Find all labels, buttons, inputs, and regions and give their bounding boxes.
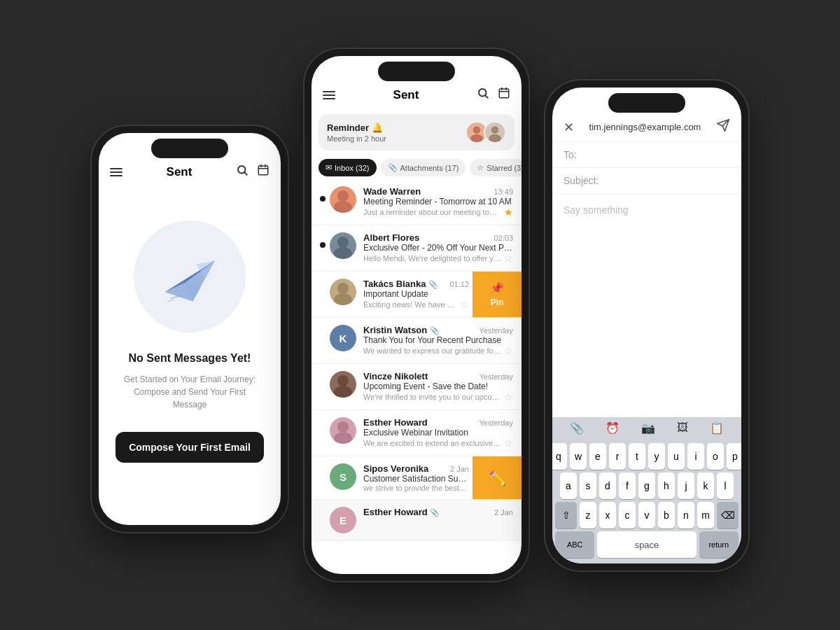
email-content: Albert Flores 02:03 Exclusive Offer - 20… xyxy=(363,232,513,264)
key-l[interactable]: l xyxy=(717,472,734,499)
star-empty-icon[interactable]: ☆ xyxy=(504,391,513,402)
tab-attachments[interactable]: 📎 Attachments (17) xyxy=(381,159,466,176)
key-x[interactable]: x xyxy=(599,502,616,528)
key-q[interactable]: q xyxy=(552,443,567,470)
email-header-row: Kristin Watson 📎 Yesterday xyxy=(363,325,513,335)
email-item[interactable]: Takács Bianka 📎 01:12 Important Update E… xyxy=(312,272,522,318)
star-empty-icon[interactable]: ☆ xyxy=(504,253,513,264)
reminder-text: Reminder 🔔 Meeting in 2 hour xyxy=(327,122,386,143)
svg-point-32 xyxy=(334,432,352,444)
key-return[interactable]: return xyxy=(699,531,738,558)
email-item[interactable]: K Kristin Watson 📎 Yesterday Thank You f… xyxy=(312,318,522,364)
tab-starred[interactable]: ☆ Starred (3) xyxy=(470,159,522,176)
svg-point-26 xyxy=(334,247,352,259)
email-item[interactable]: Wade Warren 13:49 Meeting Reminder - Tom… xyxy=(312,179,522,225)
key-shift[interactable]: ⇧ xyxy=(555,502,577,528)
phone-left-notch xyxy=(151,139,228,158)
close-button[interactable]: ✕ xyxy=(564,120,574,135)
email-time: 2 Jan xyxy=(494,508,513,517)
center-title: Sent xyxy=(393,88,419,102)
key-y[interactable]: y xyxy=(648,443,665,470)
tab-inbox[interactable]: ✉ Inbox (32) xyxy=(318,159,377,176)
key-n[interactable]: n xyxy=(678,502,694,528)
tab-inbox-label: Inbox (32) xyxy=(335,164,370,172)
key-m[interactable]: m xyxy=(697,502,714,528)
timer-toolbar-icon[interactable]: ⏰ xyxy=(606,421,620,435)
to-field[interactable]: To: xyxy=(552,142,741,168)
svg-point-28 xyxy=(334,293,352,305)
scene: Sent xyxy=(0,0,840,630)
key-space[interactable]: space xyxy=(597,531,696,558)
phone-right: ✕ tim.jennings@example.com To: Subject: xyxy=(545,80,748,570)
key-j[interactable]: j xyxy=(678,472,694,499)
center-menu-button[interactable] xyxy=(323,91,335,99)
phone-left: Sent xyxy=(92,126,288,532)
compose-body[interactable]: Say something xyxy=(552,194,741,316)
key-g[interactable]: g xyxy=(638,472,655,499)
key-w[interactable]: w xyxy=(570,443,587,470)
email-item[interactable]: S Sipos Veronika 2 Jan Customer Satisfac… xyxy=(312,456,522,500)
key-h[interactable]: h xyxy=(658,472,675,499)
pin-label: Pin xyxy=(491,298,504,307)
email-time: 13:49 xyxy=(493,188,513,196)
to-label: To: xyxy=(564,149,612,160)
key-z[interactable]: z xyxy=(580,502,596,528)
key-f[interactable]: f xyxy=(619,472,636,499)
star-filled-icon[interactable]: ★ xyxy=(504,206,513,218)
email-item[interactable]: E Esther Howard 📎 2 Jan xyxy=(312,500,522,541)
center-search-icon[interactable] xyxy=(477,87,489,103)
email-item[interactable]: Albert Flores 02:03 Exclusive Offer - 20… xyxy=(312,225,522,272)
left-calendar-icon[interactable] xyxy=(257,164,270,180)
reminder-avatar-2 xyxy=(484,121,506,144)
key-v[interactable]: v xyxy=(638,502,655,528)
empty-title: No Sent Messages Yet! xyxy=(129,352,251,365)
body-placeholder: Say something xyxy=(564,204,629,216)
email-content: Sipos Veronika 2 Jan Customer Satisfacti… xyxy=(363,463,469,492)
reminder-banner[interactable]: Reminder 🔔 Meeting in 2 hour xyxy=(318,114,514,150)
left-menu-button[interactable] xyxy=(110,168,122,176)
key-abc[interactable]: ABC xyxy=(555,531,594,558)
image-toolbar-icon[interactable]: 🖼 xyxy=(677,421,688,435)
attachment-toolbar-icon[interactable]: 📎 xyxy=(570,421,584,435)
key-s[interactable]: s xyxy=(580,472,596,499)
email-sender: Esther Howard 📎 xyxy=(363,507,440,517)
key-t[interactable]: t xyxy=(629,443,645,470)
email-time: Yesterday xyxy=(479,419,513,427)
star-empty-icon[interactable]: ☆ xyxy=(504,345,513,356)
key-u[interactable]: u xyxy=(668,443,685,470)
key-b[interactable]: b xyxy=(658,502,675,528)
email-sender: Kristin Watson 📎 xyxy=(363,325,440,335)
key-r[interactable]: r xyxy=(609,443,626,470)
tabs-row: ✉ Inbox (32) 📎 Attachments (17) ☆ Starre… xyxy=(312,156,522,179)
center-calendar-icon[interactable] xyxy=(498,87,510,103)
subject-field[interactable]: Subject: xyxy=(552,168,741,194)
svg-point-27 xyxy=(337,283,349,294)
key-e[interactable]: e xyxy=(589,443,606,470)
key-p[interactable]: p xyxy=(727,443,741,470)
key-k[interactable]: k xyxy=(697,472,714,499)
compose-first-email-button[interactable]: Compose Your First Email xyxy=(115,432,264,463)
email-header-row: Sipos Veronika 2 Jan xyxy=(363,463,469,474)
email-content: Kristin Watson 📎 Yesterday Thank You for… xyxy=(363,325,513,356)
key-c[interactable]: c xyxy=(619,502,636,528)
star-empty-icon[interactable]: ☆ xyxy=(460,299,469,310)
email-subject: Important Update xyxy=(363,289,469,299)
email-content: Wade Warren 13:49 Meeting Reminder - Tom… xyxy=(363,186,513,218)
sender-avatar: K xyxy=(330,325,356,351)
note-toolbar-icon[interactable]: 📋 xyxy=(710,421,724,435)
email-item[interactable]: Esther Howard Yesterday Exclusive Webina… xyxy=(312,410,522,456)
send-button[interactable] xyxy=(716,118,730,136)
key-a[interactable]: a xyxy=(560,472,577,499)
svg-point-24 xyxy=(334,201,352,213)
edit-action[interactable]: ✏️ xyxy=(472,456,522,499)
email-item[interactable]: Vincze Nikolett Yesterday Upcoming Event… xyxy=(312,364,522,410)
key-d[interactable]: d xyxy=(599,472,616,499)
email-subject: Meeting Reminder - Tomorrow at 10 AM xyxy=(363,197,513,206)
camera-toolbar-icon[interactable]: 📷 xyxy=(641,421,655,435)
key-o[interactable]: o xyxy=(707,443,724,470)
key-i[interactable]: i xyxy=(687,443,704,470)
key-backspace[interactable]: ⌫ xyxy=(717,502,738,528)
star-empty-icon[interactable]: ☆ xyxy=(504,438,513,449)
pin-action[interactable]: 📌 Pin xyxy=(472,272,522,317)
left-search-icon[interactable] xyxy=(236,164,248,180)
